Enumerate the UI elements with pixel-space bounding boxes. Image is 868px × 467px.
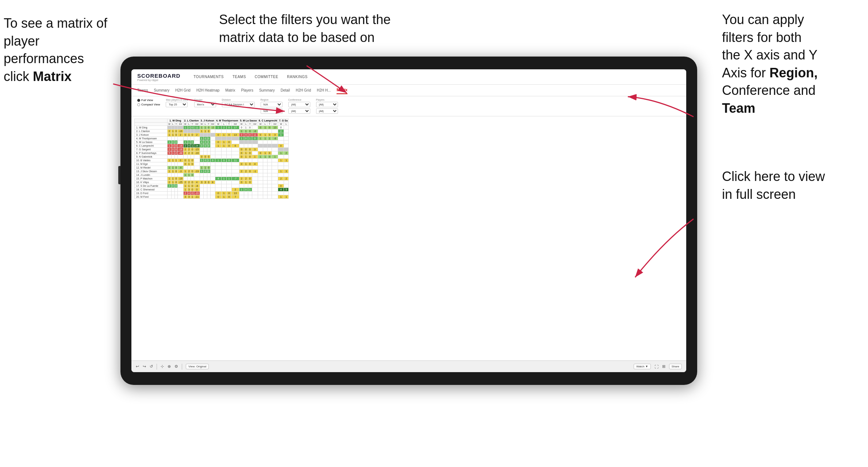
cell-15-1-2: 0 [191,181,194,184]
cell-0-2-2: 0 [207,126,210,130]
cell-11-2-1: 1 [204,166,207,170]
cell-11-5-1 [263,166,268,170]
compact-view-radio[interactable] [137,103,140,106]
cell-12-1-3: -19 [194,170,200,173]
subnav-matrix-2[interactable]: Matrix [337,86,347,94]
cell-10-5-0 [258,162,263,166]
cell-12-0-2: 0 [174,170,178,173]
cell-18-5-2 [268,192,272,195]
cell-2-6-1 [284,133,289,137]
division-select[interactable]: NCAA Division I [222,102,255,107]
zoom-icon[interactable]: ⊕ [168,364,171,369]
matrix-sub-corner [135,123,168,126]
cell-19-1-3: -11 [194,195,200,199]
players-label: Players [316,99,338,101]
region-select-1[interactable]: N/A [261,102,283,107]
subnav-h2h-h[interactable]: H2H H... [317,87,331,94]
nav-rankings[interactable]: RANKINGS [287,75,307,79]
subnav-h2h-grid[interactable]: H2H Grid [175,87,191,94]
subnav-teams[interactable]: Teams [137,87,148,94]
cell-12-3-0 [215,170,221,173]
nav-tournaments[interactable]: TOURNAMENTS [193,75,224,79]
cell-2-5-3: 3 [272,133,278,137]
table-row: 2. L Clanton210-16110110-62 [135,130,289,133]
cell-14-4-3 [252,177,258,181]
cell-0-6-0: 0 [278,126,284,130]
subnav-summary2[interactable]: Summary [259,87,275,94]
cell-4-1-0: 1 [183,140,187,144]
conference-select-2[interactable]: (All) [288,108,310,114]
cell-7-2-2 [207,151,210,155]
cell-6-1-2: 0 [191,148,194,151]
subnav-matrix-1[interactable]: Matrix [225,87,235,94]
settings-icon[interactable]: ⚙ [174,364,178,369]
cell-8-2-0: 0 [200,155,204,159]
cell-14-5-2 [268,177,272,181]
cell-8-5-2: 0 [268,155,272,159]
share-btn[interactable]: Share [669,364,682,369]
cell-15-0-0: 2 [168,181,172,184]
cell-2-5-0: 0 [258,133,263,137]
conference-select-1[interactable]: (All) [288,102,310,107]
cursor-icon[interactable]: ⊹ [161,364,164,369]
subnav-summary[interactable]: Summary [154,87,169,94]
cell-2-4-2: 0 [248,133,252,137]
cell-13-3-0 [215,173,221,177]
cell-1-2-3 [210,130,215,133]
cell-10-4-2: 0 [248,162,252,166]
undo-icon[interactable]: ↩ [136,364,139,369]
cell-8-1-0 [183,155,187,159]
cell-19-1-2: 1 [191,195,194,199]
bottom-toolbar: ↩ ↪ ↺ ⊹ ⊕ ⚙ View: Original Watch ▼ ⛶ ⊞ S… [131,360,686,372]
fullscreen-icon[interactable]: ⛶ [654,364,658,369]
nav-teams[interactable]: TEAMS [233,75,246,79]
subnav-detail[interactable]: Detail [281,87,290,94]
subnav-h2h-grid2[interactable]: H2H Grid [296,87,311,94]
cell-10-3-1 [221,162,226,166]
cell-0-5-0: 0 [258,126,263,130]
cell-6-2-3 [210,148,215,151]
nav-committee[interactable]: COMMITTEE [255,75,279,79]
cell-5-5-0 [258,144,263,148]
matrix-container[interactable]: 1. W Ding 2. L Clanton 3. J Koivun 4. M … [131,116,686,361]
region-select-2[interactable]: N/A [261,108,283,114]
cell-19-4-1 [244,195,248,199]
cell-16-0-2: 0 [174,184,178,188]
compact-view-option[interactable]: Compact View [137,103,160,106]
subnav-players[interactable]: Players [241,87,253,94]
watch-btn[interactable]: Watch ▼ [634,364,651,369]
cell-7-0-2: 2 [174,151,178,155]
cell-14-3-0: 4 [215,177,221,181]
table-row: 4. M Thorbjornsen1001010111-6 [135,137,289,140]
gender-select[interactable]: Men's [194,102,216,107]
toolbar-sep-1 [157,364,157,370]
cell-19-2-0 [200,195,204,199]
cell-0-2-1: 1 [204,126,207,130]
players-select-2[interactable]: (All) [316,108,338,114]
col-header-6: 7. G Sa [278,119,289,123]
full-view-radio[interactable] [137,99,140,102]
cell-0-1-0: 1 [183,126,187,130]
subnav-h2h-heatmap[interactable]: H2H Heatmap [196,87,219,94]
cell-14-3-3: -7 [231,177,239,181]
cell-12-4-2: 0 [248,170,252,173]
players-select-1[interactable]: (All) [316,102,338,107]
cell-16-3-3 [231,184,239,188]
full-view-option[interactable]: Full View [137,99,160,102]
refresh-icon[interactable]: ↺ [150,364,153,369]
sh-l-5: L [263,123,268,126]
cell-8-0-3 [178,155,183,159]
cell-17-0-0 [168,188,172,192]
table-row: 20. M Ford331-11010711 [135,195,289,199]
max-players-select[interactable]: Top 25 [166,102,188,107]
cell-0-3-2: 0 [226,126,231,130]
cell-8-4-2: 0 [248,155,252,159]
cell-7-6-0: 1 [278,151,284,155]
cell-10-4-0: 0 [239,162,244,166]
grid-icon[interactable]: ⊞ [662,364,665,369]
redo-icon[interactable]: ↪ [143,364,146,369]
cell-7-1-0: 2 [183,151,187,155]
cell-10-3-2 [226,162,231,166]
view-original-btn[interactable]: View: Original [186,364,209,369]
cell-18-5-0 [258,192,263,195]
